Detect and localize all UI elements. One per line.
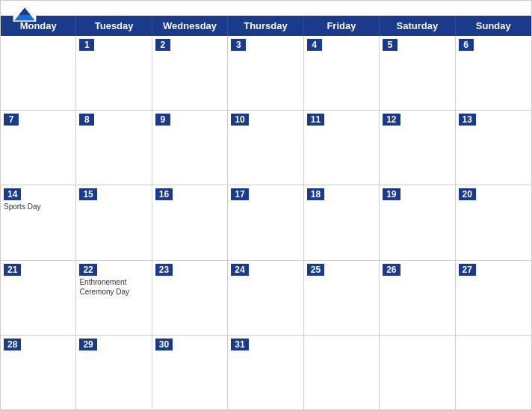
calendar-cell: 14Sports Day [1,185,76,260]
calendar-cell: 1 [76,36,152,111]
calendar-cell: 21 [1,261,76,336]
date-number: 18 [307,188,324,200]
date-number: 14 [4,188,21,200]
holiday-label: Enthronement Ceremony Day [79,277,148,297]
date-number: 7 [4,114,19,126]
calendar-cell: 17 [228,185,303,260]
date-number: 10 [231,114,248,126]
date-number: 30 [155,339,173,350]
calendar-cell: 13 [456,111,531,185]
calendar-cell: 28 [1,336,76,410]
date-number: 29 [79,339,96,350]
date-number: 22 [79,264,96,276]
date-number: 17 [231,188,248,200]
date-number: 20 [459,188,476,200]
date-number: 13 [459,114,476,126]
calendar-cell: 8 [76,111,152,185]
calendar-cell: 12 [380,111,455,185]
date-number: 15 [79,188,96,200]
date-number: 2 [155,39,170,51]
calendar-cell: 22Enthronement Ceremony Day [76,261,152,336]
date-number: 19 [383,188,400,200]
calendar-cell: 3 [228,36,303,111]
calendar-cell: 24 [228,261,303,336]
calendar-cell [456,336,531,410]
calendar-cell: 7 [1,111,76,185]
day-header-wednesday: Wednesday [152,16,228,36]
calendar-cell: 9 [152,111,228,185]
date-number: 16 [155,188,173,200]
calendar-cell: 30 [152,336,228,410]
date-number: 11 [307,114,324,126]
calendar-cell: 25 [304,261,380,336]
calendar-cell: 11 [304,111,380,185]
calendar-cell: 23 [152,261,228,336]
date-number: 5 [383,39,398,51]
date-number: 8 [79,114,94,126]
date-number: 4 [307,39,322,51]
calendar-cell: 6 [456,36,531,111]
date-number: 25 [307,264,324,276]
day-header-thursday: Thursday [228,16,303,36]
calendar-cell [380,336,455,410]
calendar-header [1,1,531,16]
logo-area [13,7,37,22]
calendar-grid: 1234567891011121314Sports Day15161718192… [1,36,531,410]
calendar-cell: 20 [456,185,531,260]
logo-icon [13,7,37,22]
calendar-cell: 31 [228,336,303,410]
calendar-cell: 4 [304,36,380,111]
date-number: 28 [4,339,21,350]
calendar: MondayTuesdayWednesdayThursdayFridaySatu… [0,0,532,411]
date-number: 31 [231,339,248,350]
date-number: 24 [231,264,248,276]
day-header-sunday: Sunday [456,16,531,36]
calendar-cell [304,336,380,410]
calendar-cell: 27 [456,261,531,336]
day-header-tuesday: Tuesday [76,16,152,36]
date-number: 26 [383,264,400,276]
date-number: 6 [459,39,474,51]
date-number: 1 [79,39,94,51]
day-header-friday: Friday [304,16,380,36]
calendar-cell [1,36,76,111]
calendar-cell: 10 [228,111,303,185]
calendar-cell: 29 [76,336,152,410]
calendar-cell: 26 [380,261,455,336]
day-header-saturday: Saturday [380,16,455,36]
calendar-cell: 19 [380,185,455,260]
holiday-label: Sports Day [4,202,72,211]
calendar-cell: 15 [76,185,152,260]
date-number: 9 [155,114,170,126]
date-number: 21 [4,264,21,276]
date-number: 12 [383,114,400,126]
date-number: 27 [459,264,476,276]
day-headers-row: MondayTuesdayWednesdayThursdayFridaySatu… [1,16,531,36]
calendar-cell: 16 [152,185,228,260]
calendar-cell: 2 [152,36,228,111]
calendar-cell: 18 [304,185,380,260]
calendar-cell: 5 [380,36,455,111]
date-number: 23 [155,264,173,276]
date-number: 3 [231,39,246,51]
